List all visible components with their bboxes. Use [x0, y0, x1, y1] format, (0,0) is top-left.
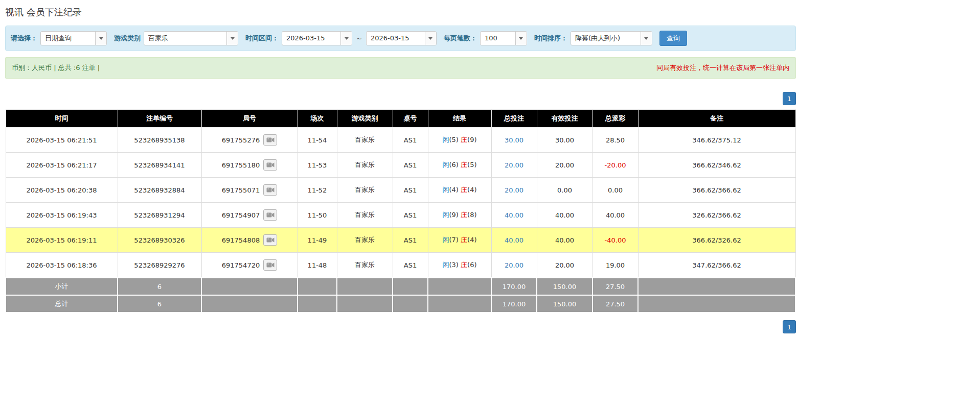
notice-text: 同局有效投注，统一计算在该局第一张注单内: [656, 63, 789, 73]
subtotal-count: 6: [118, 278, 201, 295]
table-row: 2026-03-15 06:19:43 523268931294 6917549…: [6, 203, 795, 228]
cell-game-type: 百家乐: [337, 128, 393, 153]
cell-table-no: AS1: [393, 253, 428, 278]
cell-round: 691754808: [201, 228, 298, 253]
video-replay-button[interactable]: [263, 184, 277, 196]
cell-game-type: 百家乐: [337, 203, 393, 228]
chevron-down-icon: [641, 32, 652, 45]
total-bet-link[interactable]: 40.00: [505, 236, 523, 244]
filter-bar: 请选择： 日期查询 游戏类别 百家乐 时间区间： 2026-03-15 ~ 20…: [5, 26, 796, 51]
header-session: 场次: [298, 110, 337, 128]
cell-bet-id: 523268931294: [118, 203, 201, 228]
table-row: 2026-03-15 06:20:38 523268932884 6917550…: [6, 178, 795, 203]
per-page-label: 每页笔数：: [444, 34, 477, 43]
cell-payout: 0.00: [592, 178, 638, 203]
date-from-select[interactable]: 2026-03-15: [282, 31, 352, 45]
player-result-label: 闲: [443, 136, 449, 143]
header-bet-id: 注单编号: [118, 110, 201, 128]
player-result-label: 闲: [443, 261, 449, 269]
video-camera-icon: [266, 262, 275, 268]
subtotal-payout: 27.50: [592, 278, 638, 295]
cell-bet-id: 523268929276: [118, 253, 201, 278]
round-number: 691754720: [222, 261, 260, 269]
cell-session: 11-53: [298, 153, 337, 178]
page-1-button[interactable]: 1: [783, 320, 796, 333]
cell-valid-bet: 40.00: [537, 228, 592, 253]
cell-valid-bet: 40.00: [537, 203, 592, 228]
banker-result-count: (4): [467, 236, 476, 244]
header-valid-bet: 有效投注: [537, 110, 592, 128]
chevron-down-icon: [226, 32, 238, 45]
chevron-down-icon: [340, 32, 352, 45]
player-result-count: (3): [449, 261, 459, 269]
cell-table-no: AS1: [393, 153, 428, 178]
banker-result-label: 庄: [461, 161, 467, 169]
grand-total-row: 总计 6 170.00 150.00 27.50: [6, 295, 795, 312]
header-time: 时间: [6, 110, 118, 128]
search-button[interactable]: 查询: [659, 31, 687, 46]
cell-total-bet: 20.00: [491, 153, 537, 178]
round-number: 691755071: [222, 186, 260, 194]
banker-result-count: (6): [467, 261, 476, 269]
cell-session: 11-48: [298, 253, 337, 278]
cell-game-type: 百家乐: [337, 228, 393, 253]
subtotal-total-bet: 170.00: [491, 278, 537, 295]
total-bet-link[interactable]: 20.00: [505, 261, 523, 269]
cell-valid-bet: 30.00: [537, 128, 592, 153]
cell-time: 2026-03-15 06:18:36: [6, 253, 118, 278]
cell-round: 691755276: [201, 128, 298, 153]
cell-note: 366.62/366.62: [638, 178, 795, 203]
table-row: 2026-03-15 06:19:11 523268930326 6917548…: [6, 228, 795, 253]
date-range-separator: ~: [355, 35, 363, 42]
cell-bet-id: 523268935138: [118, 128, 201, 153]
total-bet-link[interactable]: 20.00: [505, 161, 523, 169]
total-payout: 27.50: [592, 295, 638, 312]
cell-game-type: 百家乐: [337, 178, 393, 203]
header-round: 局号: [201, 110, 298, 128]
banker-result-label: 庄: [461, 236, 467, 244]
chevron-down-icon: [95, 32, 106, 45]
video-replay-button[interactable]: [263, 259, 277, 271]
cell-result: 闲(7) 庄(4): [428, 228, 491, 253]
video-replay-button[interactable]: [263, 234, 277, 246]
query-type-select[interactable]: 日期查询: [40, 31, 107, 45]
cell-table-no: AS1: [393, 203, 428, 228]
subtotal-label: 小计: [6, 278, 118, 295]
subtotal-valid-bet: 150.00: [537, 278, 592, 295]
video-replay-button[interactable]: [263, 159, 277, 171]
header-result: 结果: [428, 110, 491, 128]
time-range-label: 时间区间：: [245, 34, 279, 43]
header-payout: 总派彩: [592, 110, 638, 128]
per-page-select[interactable]: 100: [480, 31, 527, 45]
time-sort-select[interactable]: 降冪(由大到小): [571, 31, 652, 45]
page-1-button[interactable]: 1: [783, 92, 796, 105]
banker-result-count: (4): [467, 186, 476, 194]
cell-result: 闲(4) 庄(4): [428, 178, 491, 203]
banker-result-count: (9): [467, 136, 476, 143]
page-title: 视讯 会员下注纪录: [5, 6, 796, 18]
cell-game-type: 百家乐: [337, 253, 393, 278]
select-type-label: 请选择：: [11, 34, 37, 43]
table-row: 2026-03-15 06:18:36 523268929276 6917547…: [6, 253, 795, 278]
player-result-count: (7): [449, 236, 459, 244]
cell-total-bet: 40.00: [491, 228, 537, 253]
cell-valid-bet: 0.00: [537, 178, 592, 203]
game-type-select[interactable]: 百家乐: [144, 31, 238, 45]
player-result-label: 闲: [443, 236, 449, 244]
total-bet-link[interactable]: 20.00: [505, 186, 523, 194]
video-replay-button[interactable]: [263, 134, 277, 146]
total-bet-link[interactable]: 30.00: [505, 136, 523, 144]
cell-time: 2026-03-15 06:20:38: [6, 178, 118, 203]
cell-payout: 19.00: [592, 253, 638, 278]
cell-note: 346.62/375.12: [638, 128, 795, 153]
header-game-type: 游戏类别: [337, 110, 393, 128]
player-result-count: (9): [449, 211, 459, 219]
chevron-down-icon: [425, 32, 436, 45]
video-replay-button[interactable]: [263, 209, 277, 221]
cell-session: 11-54: [298, 128, 337, 153]
video-camera-icon: [266, 137, 275, 143]
total-bet-link[interactable]: 40.00: [505, 211, 523, 219]
header-table-no: 桌号: [393, 110, 428, 128]
date-from-value: 2026-03-15: [282, 32, 340, 45]
date-to-select[interactable]: 2026-03-15: [366, 31, 437, 45]
